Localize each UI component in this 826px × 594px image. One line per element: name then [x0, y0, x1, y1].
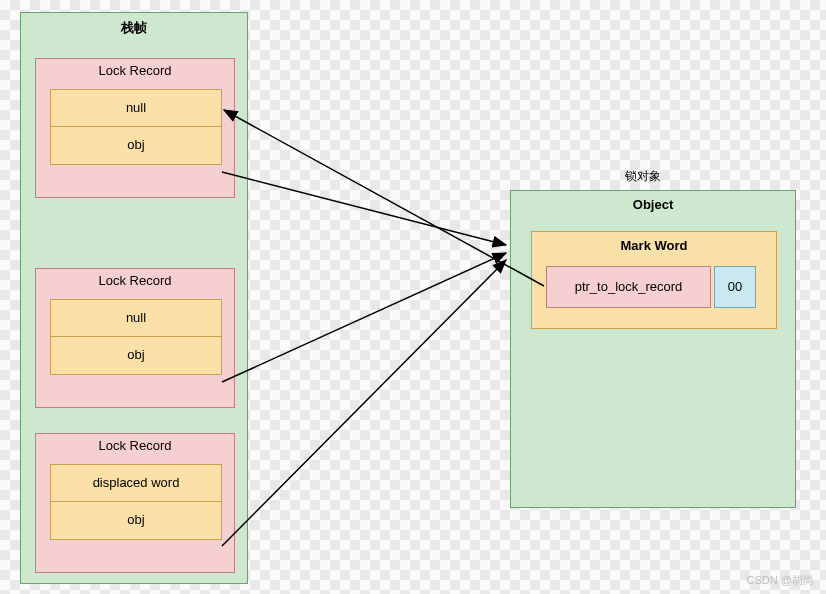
stack-frame: 栈帧 Lock Record null obj Lock Record null… — [20, 12, 248, 584]
ptr-to-lock-record: ptr_to_lock_record — [546, 266, 711, 308]
lock-record-2-cell-obj: obj — [50, 337, 222, 375]
lock-record-3-cell-displaced: displaced word — [50, 464, 222, 502]
svg-line-1 — [222, 172, 506, 245]
svg-line-2 — [222, 253, 506, 382]
mark-word: Mark Word ptr_to_lock_record 00 — [531, 231, 777, 329]
stack-frame-title: 栈帧 — [21, 13, 247, 41]
lock-record-3-label: Lock Record — [36, 434, 234, 457]
object-box: Object Mark Word ptr_to_lock_record 00 — [510, 190, 796, 508]
lock-record-2-label: Lock Record — [36, 269, 234, 292]
watermark: CSDN @胡尚 — [747, 573, 814, 588]
mark-word-title: Mark Word — [532, 232, 776, 257]
object-title: Object — [511, 191, 795, 216]
lock-record-3-cell-obj: obj — [50, 502, 222, 540]
lock-record-2-cell-null: null — [50, 299, 222, 337]
lock-object-caption: 锁对象 — [625, 168, 661, 185]
diagram-root: 栈帧 Lock Record null obj Lock Record null… — [0, 0, 826, 594]
svg-line-4 — [224, 110, 544, 286]
lock-record-2: Lock Record null obj — [35, 268, 235, 408]
lock-record-1-cell-null: null — [50, 89, 222, 127]
lock-record-3: Lock Record displaced word obj — [35, 433, 235, 573]
lock-flag-bits: 00 — [714, 266, 756, 308]
svg-line-3 — [222, 260, 506, 546]
lock-record-1-cell-obj: obj — [50, 127, 222, 165]
lock-record-1: Lock Record null obj — [35, 58, 235, 198]
lock-record-1-label: Lock Record — [36, 59, 234, 82]
